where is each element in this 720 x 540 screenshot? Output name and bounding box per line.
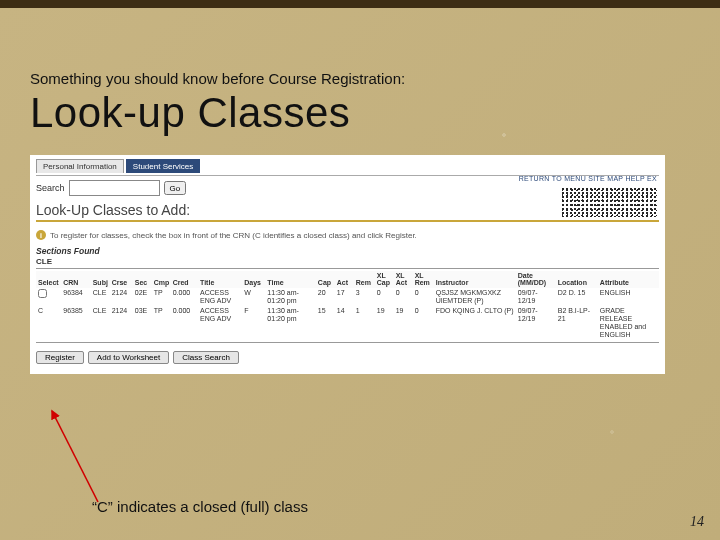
annotation-text: “C” indicates a closed (full) class (92, 498, 308, 515)
cell-cmp: TP (152, 288, 171, 306)
search-label: Search (36, 183, 65, 193)
th-rem: Rem (354, 271, 375, 288)
slide-content: Something you should know before Course … (30, 70, 690, 374)
page-number: 14 (690, 514, 704, 530)
cell-cap: 20 (316, 288, 335, 306)
divider (36, 342, 659, 343)
th-location: Location (556, 271, 598, 288)
cell-title: ACCESS ENG ADV (198, 288, 242, 306)
th-attribute: Attribute (598, 271, 659, 288)
th-crse: Crse (110, 271, 133, 288)
th-time: Time (265, 271, 316, 288)
heading-underline (36, 220, 659, 222)
tab-bar: Personal Information Student Services (36, 159, 659, 173)
cell-cmp: TP (152, 306, 171, 340)
th-cred: Cred (171, 271, 198, 288)
slide-subtitle: Something you should know before Course … (30, 70, 690, 87)
cell-title: ACCESS ENG ADV (198, 306, 242, 340)
th-select: Select (36, 271, 61, 288)
cell-xlrem: 0 (413, 306, 434, 340)
cell-crse: 2124 (110, 288, 133, 306)
cell-subj: CLE (91, 306, 110, 340)
th-title: Title (198, 271, 242, 288)
cell-cred: 0.000 (171, 288, 198, 306)
cell-xlcap: 0 (375, 288, 394, 306)
th-xlcap: XL Cap (375, 271, 394, 288)
go-button[interactable]: Go (164, 181, 187, 195)
closed-indicator: C (36, 306, 61, 340)
th-date: Date (MM/DD) (516, 271, 556, 288)
cell-crse: 2124 (110, 306, 133, 340)
table-row: 96384 CLE 2124 02E TP 0.000 ACCESS ENG A… (36, 288, 659, 306)
tab-student-services[interactable]: Student Services (126, 159, 200, 173)
add-to-worksheet-button[interactable]: Add to Worksheet (88, 351, 169, 364)
th-cap: Cap (316, 271, 335, 288)
cell-crn: 96384 (61, 288, 90, 306)
th-xlrem: XL Rem (413, 271, 434, 288)
th-instructor: Instructor (434, 271, 516, 288)
th-cmp: Cmp (152, 271, 171, 288)
info-icon: i (36, 230, 46, 240)
institution-logo (562, 187, 657, 217)
cell-rem: 3 (354, 288, 375, 306)
search-input[interactable] (69, 180, 160, 196)
cell-act: 14 (335, 306, 354, 340)
cell-date: 09/07- 12/19 (516, 288, 556, 306)
cell-location: D2 D. 15 (556, 288, 598, 306)
class-search-button[interactable]: Class Search (173, 351, 239, 364)
cell-location: B2 B.I-LP-21 (556, 306, 598, 340)
th-subj: Subj (91, 271, 110, 288)
cell-days: W (242, 288, 265, 306)
cell-date: 09/07- 12/19 (516, 306, 556, 340)
tab-personal-info[interactable]: Personal Information (36, 159, 124, 173)
cell-cred: 0.000 (171, 306, 198, 340)
cell-time: 11:30 am- 01:20 pm (265, 288, 316, 306)
table-row: C 96385 CLE 2124 03E TP 0.000 ACCESS ENG… (36, 306, 659, 340)
action-button-row: Register Add to Worksheet Class Search (36, 351, 659, 364)
select-checkbox[interactable] (38, 289, 47, 298)
cell-instructor: FDO KQING J. CLTO (P) (434, 306, 516, 340)
th-xlact: XL Act (394, 271, 413, 288)
cell-instructor: QSJSZ MGKMGXKZ UIEMTDER (P) (434, 288, 516, 306)
cell-xlact: 19 (394, 306, 413, 340)
banner-screenshot: Personal Information Student Services Se… (30, 155, 665, 374)
top-links[interactable]: RETURN TO MENU SITE MAP HELP EX (519, 175, 657, 182)
cell-attribute: ENGLISH (598, 288, 659, 306)
cell-act: 17 (335, 288, 354, 306)
divider (36, 268, 659, 269)
cell-attribute: GRADE RELEASE ENABLED and ENGLISH (598, 306, 659, 340)
cell-xlcap: 19 (375, 306, 394, 340)
th-crn: CRN (61, 271, 90, 288)
table-header-row: Select CRN Subj Crse Sec Cmp Cred Title … (36, 271, 659, 288)
th-sec: Sec (133, 271, 152, 288)
th-days: Days (242, 271, 265, 288)
cell-xlrem: 0 (413, 288, 434, 306)
sections-found-heading: Sections Found (36, 246, 659, 256)
info-note-text: To register for classes, check the box i… (50, 231, 417, 240)
sections-table: Select CRN Subj Crse Sec Cmp Cred Title … (36, 271, 659, 340)
cell-sec: 02E (133, 288, 152, 306)
register-button[interactable]: Register (36, 351, 84, 364)
cell-rem: 1 (354, 306, 375, 340)
subject-code: CLE (36, 257, 659, 266)
info-note-row: i To register for classes, check the box… (36, 230, 659, 240)
cell-xlact: 0 (394, 288, 413, 306)
cell-time: 11:30 am- 01:20 pm (265, 306, 316, 340)
top-border (0, 0, 720, 8)
cell-sec: 03E (133, 306, 152, 340)
cell-subj: CLE (91, 288, 110, 306)
cell-cap: 15 (316, 306, 335, 340)
cell-crn: 96385 (61, 306, 90, 340)
slide-title: Look-up Classes (30, 89, 690, 137)
th-act: Act (335, 271, 354, 288)
cell-days: F (242, 306, 265, 340)
